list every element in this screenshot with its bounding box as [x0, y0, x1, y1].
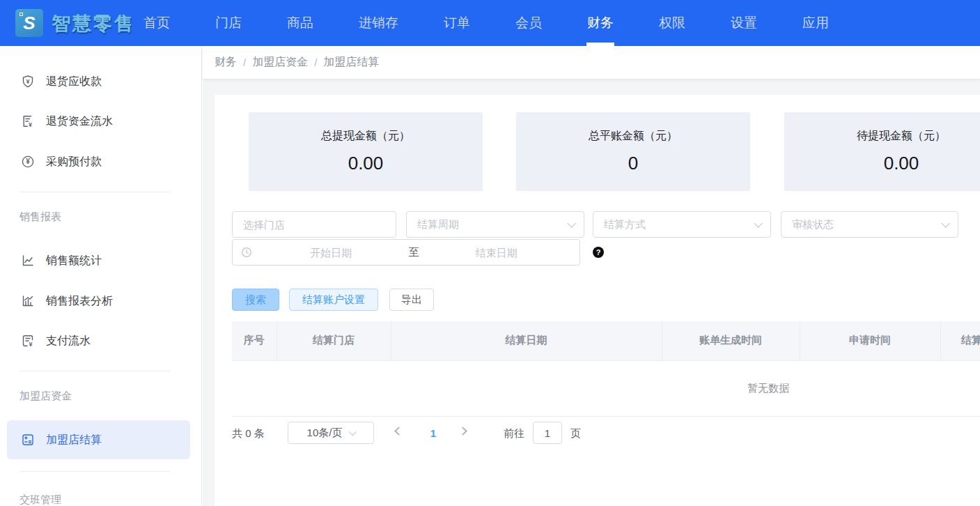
next-page-button[interactable] — [460, 428, 468, 436]
breadcrumb-separator: / — [314, 56, 317, 68]
nav-item-apps[interactable]: 应用 — [802, 0, 829, 46]
sidebar-item-payment-flow[interactable]: ¥ 支付流水 — [7, 321, 190, 360]
page-size-select[interactable]: 10条/页 — [288, 422, 374, 444]
breadcrumb-franchise-funds[interactable]: 加盟店资金 — [252, 55, 308, 70]
sidebar-section-shift-management: 交班管理 — [20, 493, 61, 506]
stat-label: 总提现金额（元） — [321, 129, 410, 144]
chevron-down-icon — [754, 219, 763, 228]
sidebar-item-label: 销售报表分析 — [46, 294, 113, 309]
chevron-down-icon — [941, 219, 950, 228]
sidebar-item-label: 支付流水 — [46, 334, 91, 348]
nav-item-products[interactable]: 商品 — [287, 0, 313, 46]
chevron-left-icon — [394, 427, 403, 436]
column-settlement-method: 结算方式 — [940, 321, 980, 360]
date-range-picker[interactable]: 至 — [232, 239, 580, 266]
chevron-down-icon — [349, 428, 357, 436]
stat-value: 0.00 — [348, 153, 384, 174]
search-button[interactable]: 搜索 — [232, 289, 279, 311]
sidebar-section-franchise-funds: 加盟店资金 — [20, 390, 72, 403]
svg-text:¥: ¥ — [26, 158, 30, 165]
nav-item-stores[interactable]: 门店 — [215, 0, 242, 46]
stat-card-total-withdrawn: 总提现金额（元） 0.00 — [249, 112, 483, 191]
page-size-value: 10条/页 — [307, 427, 343, 440]
pagination: 共 0 条 10条/页 1 前往 页 — [215, 422, 980, 444]
sidebar-item-purchase-prepayment[interactable]: ¥ 采购预付款 — [7, 142, 190, 181]
column-apply-time: 申请时间 — [800, 321, 940, 360]
brand-name: 智慧零售 — [52, 11, 135, 36]
breadcrumb-franchise-settlement: 加盟店结算 — [323, 55, 379, 70]
calculator-icon — [21, 433, 35, 447]
app-root: S 智慧零售 首页 门店 商品 进销存 订单 会员 财务 权限 设置 应用 ¥ … — [0, 0, 980, 506]
sidebar-item-label: 采购预付款 — [46, 155, 102, 169]
nav-item-home[interactable]: 首页 — [143, 0, 170, 46]
empty-state: 暂无数据 — [232, 361, 980, 417]
export-button[interactable]: 导出 — [389, 289, 434, 311]
stat-value: 0 — [628, 153, 638, 174]
sidebar-item-return-receivable[interactable]: ¥ 退货应收款 — [7, 62, 190, 101]
date-range-separator: 至 — [406, 246, 422, 259]
column-index: 序号 — [232, 321, 277, 360]
settlement-account-settings-button[interactable]: 结算账户设置 — [289, 289, 378, 311]
stat-value: 0.00 — [884, 153, 919, 174]
stat-card-total-balanced: 总平账金额（元） 0 — [516, 112, 750, 191]
logo-glyph: S — [23, 14, 35, 32]
stat-label: 总平账金额（元） — [589, 129, 678, 144]
sidebar-item-franchise-settlement[interactable]: 加盟店结算 — [7, 420, 190, 459]
nav-item-members[interactable]: 会员 — [515, 0, 542, 46]
select-placeholder: 审核状态 — [792, 218, 941, 231]
line-chart-icon — [21, 254, 35, 268]
chevron-right-icon — [458, 427, 467, 436]
nav-item-inventory[interactable]: 进销存 — [359, 0, 398, 46]
circle-yen-icon: ¥ — [21, 155, 35, 169]
sidebar-section-sales-reports: 销售报表 — [20, 210, 61, 224]
chevron-down-icon — [567, 219, 576, 228]
pagination-total: 共 0 条 — [232, 427, 265, 440]
svg-text:¥: ¥ — [29, 341, 32, 348]
sidebar-item-label: 加盟店结算 — [46, 433, 102, 447]
nav-menu: 首页 门店 商品 进销存 订单 会员 财务 权限 设置 应用 — [143, 0, 829, 46]
sidebar-item-label: 销售额统计 — [46, 254, 102, 268]
empty-state-text: 暂无数据 — [747, 382, 789, 395]
bar-chart-icon — [21, 294, 35, 308]
sidebar-divider — [20, 371, 171, 371]
store-select-input[interactable] — [232, 211, 396, 238]
select-placeholder: 结算周期 — [417, 218, 567, 231]
goto-page-input[interactable] — [533, 422, 562, 444]
svg-text:¥: ¥ — [26, 78, 29, 85]
nav-item-orders[interactable]: 订单 — [444, 0, 470, 46]
sidebar-item-return-funds-flow[interactable]: ¥ 退货资金流水 — [7, 102, 190, 141]
payment-doc-icon: ¥ — [21, 334, 35, 348]
breadcrumb: 财务 / 加盟店资金 / 加盟店结算 — [203, 46, 980, 79]
stat-card-pending-withdrawal: 待提现金额（元） 0.00 — [784, 112, 980, 191]
breadcrumb-finance[interactable]: 财务 — [215, 55, 237, 70]
table-header-row: 序号 结算门店 结算日期 账单生成时间 申请时间 结算方式 — [232, 321, 980, 360]
prev-page-button[interactable] — [396, 428, 404, 436]
select-placeholder: 结算方式 — [604, 218, 754, 231]
sidebar-item-sales-statistics[interactable]: 销售额统计 — [7, 241, 190, 280]
clock-icon — [241, 247, 252, 258]
goto-label: 前往 — [504, 427, 524, 440]
column-settlement-date: 结算日期 — [391, 321, 662, 360]
nav-item-permissions[interactable]: 权限 — [659, 0, 685, 46]
start-date-input[interactable] — [256, 240, 406, 265]
brand-logo-icon: S — [15, 9, 43, 37]
sidebar-item-sales-report-analysis[interactable]: 销售报表分析 — [7, 282, 190, 321]
end-date-input[interactable] — [422, 240, 572, 265]
settlement-cycle-select[interactable]: 结算周期 — [406, 211, 584, 238]
nav-item-settings[interactable]: 设置 — [731, 0, 757, 46]
help-icon[interactable]: ? — [593, 247, 604, 258]
sidebar-item-label: 退货应收款 — [46, 75, 102, 89]
column-settlement-store: 结算门店 — [277, 321, 391, 360]
content-card: 总提现金额（元） 0.00 总平账金额（元） 0 待提现金额（元） 0.00 结… — [215, 95, 980, 506]
nav-item-finance[interactable]: 财务 — [587, 0, 614, 46]
page-number-1[interactable]: 1 — [423, 427, 443, 439]
store-select-field[interactable] — [233, 212, 396, 237]
settlement-table: 序号 结算门店 结算日期 账单生成时间 申请时间 结算方式 暂无数据 — [232, 321, 980, 417]
goto-page-field[interactable] — [534, 422, 561, 443]
stat-label: 待提现金额（元） — [857, 129, 946, 144]
goto-unit-label: 页 — [570, 427, 581, 440]
settlement-method-select[interactable]: 结算方式 — [593, 211, 771, 238]
sidebar-item-label: 退货资金流水 — [46, 114, 113, 129]
audit-status-select[interactable]: 审核状态 — [781, 211, 958, 238]
sidebar: ¥ 退货应收款 ¥ 退货资金流水 ¥ 采购预付款 销售报表 销售额统计 — [0, 46, 202, 506]
